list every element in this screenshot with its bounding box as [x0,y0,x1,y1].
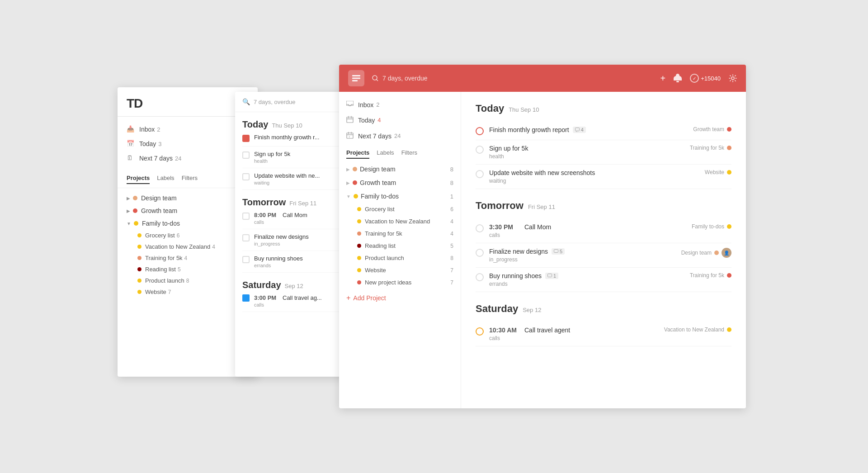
task-circle[interactable] [476,249,484,257]
main-body: Inbox 2 Today 4 7 Next 7 days 24 [339,92,746,408]
p2-task-growth[interactable]: Finish monthly growth r... [242,130,354,147]
sidebar-nav-next7[interactable]: 7 Next 7 days 24 [339,128,461,144]
task-circle[interactable] [476,327,484,336]
tab-labels[interactable]: Labels [377,149,394,159]
inbox-label: Inbox [358,101,373,109]
tab-projects[interactable]: Projects [346,149,369,159]
task-row[interactable]: 10:30 AM Call travel agent calls Vacatio… [476,322,731,346]
sub-label: New project ideas [365,279,446,286]
task-text: Call Mom [283,212,307,218]
task-row[interactable]: 3:30 PM Call Mom calls Family to-dos [476,219,731,243]
comment-badge: 4 [573,127,586,133]
p2-task-travel[interactable]: 3:00 PM Call travel ag... calls [242,290,354,312]
task-row[interactable]: Update website with new screenshots wait… [476,165,731,189]
meta-label: Family to-dos [692,223,724,230]
p2-task-callmom[interactable]: 8:00 PM Call Mom calls [242,208,354,229]
sidebar-nav-inbox[interactable]: Inbox 2 [339,97,461,112]
tomorrow-date: Fri Sep 11 [528,203,555,210]
p2-today-section: Today Thu Sep 10 Finish monthly growth r… [242,119,354,190]
task-circle[interactable] [476,146,484,154]
task-circle[interactable] [476,170,484,178]
add-project-button[interactable]: + Add Project [339,290,461,306]
karma-value: +15040 [701,75,721,82]
sidebar-project-design[interactable]: ▶ Design team 8 [339,162,461,176]
sub-label: Reading list [365,242,446,249]
task-text: Sign up for 5k [254,151,290,157]
sidebar-sub-website[interactable]: Website 7 [339,264,461,276]
header-actions: + ✓ +15040 [660,73,737,84]
task-row[interactable]: Finalize new designs 5 in_progress Desig… [476,243,731,268]
task-main: Sign up for 5k health [489,145,684,160]
svg-rect-20 [547,274,552,277]
task-label: in_progress [254,241,346,246]
task-checkbox[interactable] [242,151,250,159]
project-dot [134,221,138,226]
svg-text:7: 7 [349,136,350,138]
saturday-title: Saturday [476,303,518,315]
inbox-count: 2 [376,101,379,108]
task-row[interactable]: Finish monthly growth report 4 Growth te… [476,122,731,140]
task-checkbox[interactable] [242,234,250,241]
p1-next7-count: 24 [175,155,181,162]
sidebar-sub-product[interactable]: Product launch 8 [339,252,461,264]
bell-icon[interactable] [674,74,682,83]
p2-task-shoes[interactable]: Buy running shoes errands ≡ [242,251,354,273]
settings-icon[interactable] [729,74,737,82]
task-main: 3:30 PM Call Mom calls [489,223,686,238]
task-circle[interactable] [476,127,484,135]
task-checkbox[interactable] [242,135,250,142]
section-title: Saturday [242,280,281,290]
task-row[interactable]: Sign up for 5k health Training for 5k [476,140,731,165]
meta-label: Website [705,169,724,175]
svg-rect-0 [352,75,360,76]
tab-filters[interactable]: Filters [401,149,417,159]
project-dot [137,245,142,249]
task-checkbox[interactable] [242,173,250,180]
p1-tab-labels[interactable]: Labels [157,175,174,184]
header-search[interactable]: 7 days, overdue [372,75,653,82]
task-meta: Growth team [693,126,731,132]
sidebar-sub-newproject[interactable]: New project ideas 7 [339,276,461,289]
add-project-label: Add Project [353,294,386,302]
sub-count: 8 [450,255,453,261]
svg-rect-17 [575,128,579,131]
task-text: Buy running shoes [254,255,346,262]
p2-task-website[interactable]: Update website with ne... waiting [242,168,354,190]
chevron-right-icon: ▶ [346,180,350,185]
project-dot [137,279,142,283]
p2-search-text: 7 days, overdue [254,99,296,105]
task-label: errands [254,263,346,268]
sidebar-sub-reading[interactable]: Reading list 5 [339,240,461,252]
sidebar-nav-today[interactable]: Today 4 [339,112,461,128]
task-circle[interactable] [476,273,484,281]
today-icon: 📅 [127,140,135,148]
today-section-header: Today Thu Sep 10 [476,103,731,114]
task-text: Finalize new designs [254,233,346,240]
project-name: Growth team [360,179,447,186]
sidebar-project-family[interactable]: ▼ Family to-dos 1 [339,189,461,203]
sidebar-sub-training[interactable]: Training for 5k 4 [339,227,461,240]
task-checkbox[interactable] [242,256,250,263]
p2-saturday-section: Saturday Sep 12 3:00 PM Call travel ag..… [242,280,354,312]
project-dot [137,267,142,271]
task-circle[interactable] [476,224,484,232]
section-date: Sep 12 [285,283,303,289]
task-label: waiting [489,178,699,184]
sub-count: 4 [212,244,215,250]
svg-point-6 [731,77,734,80]
p1-tab-filters[interactable]: Filters [182,175,198,184]
task-text: Update website with ne... [254,172,320,179]
p2-task-5k[interactable]: Sign up for 5k health [242,147,354,168]
task-row[interactable]: Buy running shoes 1 errands Training for… [476,268,731,292]
p2-task-designs[interactable]: Finalize new designs in_progress ≡ [242,229,354,251]
sidebar-sub-vacation[interactable]: Vacation to New Zealand 4 [339,215,461,227]
p1-tab-projects[interactable]: Projects [127,175,150,184]
p1-today-label: Today [139,140,156,147]
section-date: Thu Sep 10 [272,122,302,129]
sidebar-sub-grocery[interactable]: Grocery list 6 [339,203,461,215]
blue-checkbox[interactable] [242,294,250,302]
task-checkbox[interactable] [242,213,250,220]
task-name: Update website with new screenshots [489,169,699,176]
add-icon[interactable]: + [660,73,666,84]
sidebar-project-growth[interactable]: ▶ Growth team 8 [339,176,461,189]
